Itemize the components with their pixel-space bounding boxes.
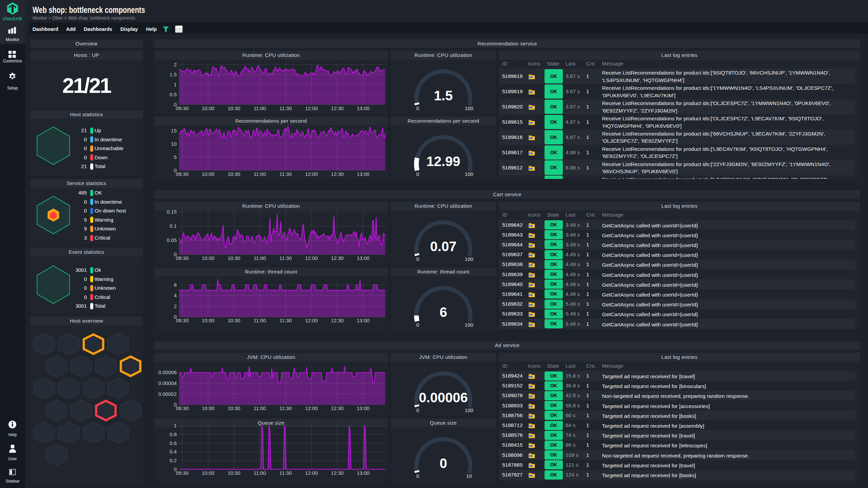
svg-text:1: 1 xyxy=(174,423,177,428)
svg-text:12.99: 12.99 xyxy=(426,154,460,168)
svg-text:2: 2 xyxy=(174,303,177,309)
svg-text:0.00004: 0.00004 xyxy=(158,380,177,386)
svg-text:0: 0 xyxy=(416,256,419,262)
svg-text:09:30: 09:30 xyxy=(176,171,189,177)
svg-text:0.00006: 0.00006 xyxy=(158,369,177,375)
svg-text:15: 15 xyxy=(171,127,177,133)
svg-text:09:30: 09:30 xyxy=(176,405,189,411)
svg-text:0.15: 0.15 xyxy=(167,209,177,215)
svg-text:0: 0 xyxy=(416,473,419,479)
svg-text:12:00: 12:00 xyxy=(305,171,318,177)
svg-text:0.05: 0.05 xyxy=(167,237,177,243)
svg-text:12:30: 12:30 xyxy=(331,470,344,475)
svg-text:12:00: 12:00 xyxy=(305,318,318,323)
svg-text:13:00: 13:00 xyxy=(357,318,370,323)
svg-text:6: 6 xyxy=(439,305,447,320)
svg-text:11:00: 11:00 xyxy=(254,405,266,411)
svg-text:12:00: 12:00 xyxy=(305,405,318,411)
svg-text:0.1: 0.1 xyxy=(170,223,177,229)
svg-text:0.2: 0.2 xyxy=(170,458,177,463)
svg-text:5: 5 xyxy=(174,154,177,160)
svg-text:10:00: 10:00 xyxy=(202,318,215,323)
svg-text:6: 6 xyxy=(174,282,177,288)
svg-text:0.07: 0.07 xyxy=(430,239,457,254)
svg-text:12:30: 12:30 xyxy=(331,171,344,177)
svg-text:1.5: 1.5 xyxy=(434,88,453,103)
svg-text:10:30: 10:30 xyxy=(228,318,240,323)
svg-text:10:00: 10:00 xyxy=(202,405,215,411)
svg-text:09:30: 09:30 xyxy=(176,470,189,475)
svg-text:0: 0 xyxy=(439,455,447,470)
svg-text:1: 1 xyxy=(174,81,177,87)
svg-text:09:30: 09:30 xyxy=(176,255,189,261)
svg-text:10:30: 10:30 xyxy=(228,105,240,111)
svg-text:10: 10 xyxy=(466,473,472,479)
svg-text:09:30: 09:30 xyxy=(176,318,189,323)
svg-text:11:30: 11:30 xyxy=(279,171,292,177)
svg-text:12:30: 12:30 xyxy=(331,255,344,261)
svg-text:0.6: 0.6 xyxy=(170,440,177,446)
svg-text:11:00: 11:00 xyxy=(254,318,266,323)
svg-text:10: 10 xyxy=(171,141,177,146)
svg-text:0.4: 0.4 xyxy=(170,449,177,454)
svg-text:13:00: 13:00 xyxy=(357,470,370,475)
svg-text:10:30: 10:30 xyxy=(228,255,240,261)
svg-text:0.00006: 0.00006 xyxy=(419,390,468,405)
svg-text:1.5: 1.5 xyxy=(170,72,177,77)
svg-text:13:00: 13:00 xyxy=(357,171,370,177)
svg-text:2: 2 xyxy=(174,61,177,67)
svg-text:11:00: 11:00 xyxy=(254,105,266,111)
svg-text:100: 100 xyxy=(465,322,473,328)
svg-text:100: 100 xyxy=(465,171,473,177)
svg-text:09:30: 09:30 xyxy=(176,105,189,111)
svg-text:100: 100 xyxy=(465,105,473,111)
svg-text:13:00: 13:00 xyxy=(357,405,370,411)
svg-text:100: 100 xyxy=(465,407,473,413)
svg-text:10:00: 10:00 xyxy=(202,105,215,111)
svg-text:10:00: 10:00 xyxy=(202,171,215,177)
svg-text:11:30: 11:30 xyxy=(279,470,292,475)
svg-text:11:30: 11:30 xyxy=(279,318,292,323)
svg-text:11:30: 11:30 xyxy=(279,105,292,111)
svg-text:12:00: 12:00 xyxy=(305,105,318,111)
svg-text:12:30: 12:30 xyxy=(331,318,344,323)
svg-text:12:00: 12:00 xyxy=(305,470,318,475)
svg-text:0: 0 xyxy=(416,105,419,111)
svg-text:11:30: 11:30 xyxy=(279,255,292,261)
svg-text:0: 0 xyxy=(416,322,419,328)
svg-text:0.5: 0.5 xyxy=(170,92,177,97)
svg-text:10:30: 10:30 xyxy=(228,405,240,411)
svg-text:0: 0 xyxy=(416,171,419,177)
svg-text:10:00: 10:00 xyxy=(202,255,215,261)
svg-text:11:00: 11:00 xyxy=(254,255,266,261)
svg-text:100: 100 xyxy=(465,256,473,262)
svg-text:0: 0 xyxy=(416,407,419,413)
svg-text:13:00: 13:00 xyxy=(357,255,370,261)
svg-text:0.00002: 0.00002 xyxy=(158,391,177,396)
svg-text:12:30: 12:30 xyxy=(331,105,344,111)
svg-text:12:30: 12:30 xyxy=(331,405,344,411)
svg-text:10:30: 10:30 xyxy=(228,470,240,475)
svg-text:10:00: 10:00 xyxy=(202,470,215,475)
svg-text:0.8: 0.8 xyxy=(170,431,177,437)
svg-text:11:00: 11:00 xyxy=(254,470,266,475)
svg-text:10:30: 10:30 xyxy=(228,171,240,177)
svg-text:13:00: 13:00 xyxy=(357,105,370,111)
svg-text:11:00: 11:00 xyxy=(254,171,266,177)
svg-text:12:00: 12:00 xyxy=(305,255,318,261)
svg-text:4: 4 xyxy=(174,292,177,298)
svg-text:11:30: 11:30 xyxy=(279,405,292,411)
